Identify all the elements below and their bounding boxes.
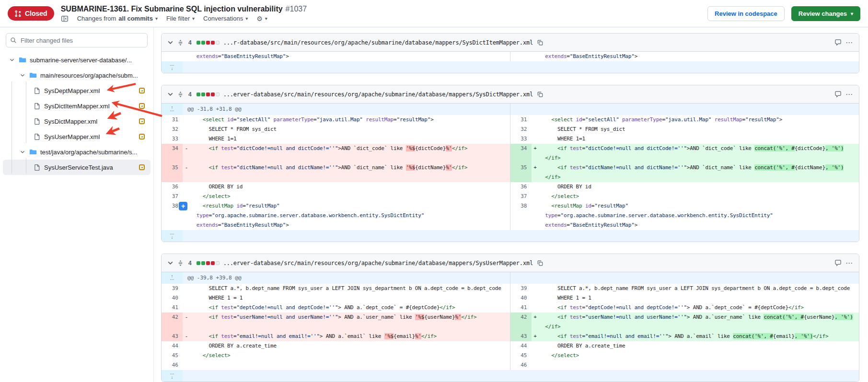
- tree-file-sysdictitemmapper.xml[interactable]: SysDictItemMapper.xml: [3, 98, 150, 114]
- diff-cell: 35- <if test="dictName!=null and dictNam…: [162, 163, 510, 182]
- collapse-file-button[interactable]: [167, 260, 174, 266]
- kebab-menu-icon[interactable]: ⋯: [845, 90, 853, 99]
- diff-cell: 33 WHERE 1=1: [510, 134, 859, 144]
- expand-down-button[interactable]: ⋯↓: [162, 61, 183, 73]
- add-comment-button[interactable]: +: [179, 202, 187, 210]
- expand-down-button[interactable]: ⋯↓: [162, 230, 183, 242]
- line-number[interactable]: 34: [162, 144, 183, 163]
- code-line: <resultMap id="resultMap" type="org.apac…: [190, 201, 510, 230]
- line-number[interactable]: 41: [162, 303, 183, 313]
- line-number[interactable]: 45: [162, 351, 183, 360]
- expand-up-button[interactable]: ↑⋯: [162, 104, 183, 115]
- line-number[interactable]: 44: [510, 341, 532, 351]
- tree-folder-test-java-org-apache-submarine-s...[interactable]: test/java/org/apache/submarine/s...: [3, 144, 150, 160]
- line-number[interactable]: 36: [162, 182, 183, 192]
- diffstat-square-add: [201, 41, 205, 45]
- review-changes-button[interactable]: Review changes ▾: [791, 6, 860, 21]
- file-tree-sidebar: submarine-server/server-database/...main…: [0, 27, 154, 382]
- expand-up-button[interactable]: ↑⋯: [162, 272, 183, 284]
- line-number[interactable]: 39: [162, 284, 183, 293]
- tree-file-sysuserservicetest.java[interactable]: SysUserServiceTest.java: [3, 160, 150, 175]
- file-path[interactable]: ...erver-database/src/main/resources/org…: [223, 91, 533, 98]
- line-number[interactable]: 46: [510, 360, 532, 370]
- line-number[interactable]: [162, 52, 183, 61]
- pr-title-row: SUBMARINE-1361. Fix Submarine SQL inject…: [61, 5, 307, 13]
- line-number[interactable]: 40: [162, 293, 183, 303]
- line-number[interactable]: 33: [162, 134, 183, 144]
- tree-file-sysdictmapper.xml[interactable]: SysDictMapper.xml: [3, 114, 150, 129]
- copy-path-button[interactable]: [537, 260, 544, 266]
- collapse-file-button[interactable]: [167, 91, 174, 97]
- diff-cell: 44 ORDER BY a.create_time: [162, 341, 510, 351]
- comment-button[interactable]: [834, 259, 842, 266]
- tree-folder-main-resources-org-apache-subm...[interactable]: main/resources/org/apache/subm...: [3, 68, 150, 83]
- conversations-label: Conversations: [203, 15, 243, 22]
- tree-file-sysusermapper.xml[interactable]: SysUserMapper.xml: [3, 129, 150, 144]
- line-number[interactable]: 42: [162, 313, 183, 332]
- file-filter-dropdown[interactable]: File filter ▾: [166, 15, 195, 22]
- drag-grip-icon[interactable]: [177, 91, 184, 98]
- line-number[interactable]: 45: [510, 351, 532, 360]
- diff-cell: 39 SELECT a.*, b.dept_name FROM sys_user…: [510, 284, 859, 293]
- line-number[interactable]: 38+: [162, 201, 183, 230]
- file-path[interactable]: ...r-database/src/main/resources/org/apa…: [223, 39, 533, 46]
- diff-settings-dropdown[interactable]: ⚙ ▾: [256, 15, 267, 23]
- collapse-file-button[interactable]: [167, 39, 174, 46]
- line-number[interactable]: 36: [510, 182, 532, 192]
- line-number[interactable]: [510, 52, 532, 61]
- line-number[interactable]: 32: [510, 125, 532, 134]
- comment-button[interactable]: [834, 91, 842, 98]
- conversations-dropdown[interactable]: Conversations ▾: [203, 15, 248, 22]
- line-number[interactable]: 39: [510, 284, 532, 293]
- line-number[interactable]: 32: [162, 125, 183, 134]
- line-number[interactable]: 41: [510, 303, 532, 313]
- line-number[interactable]: 43: [510, 332, 532, 341]
- changes-from-dropdown[interactable]: Changes from all commits ▾: [77, 15, 158, 22]
- chevron-down-icon: [9, 57, 15, 63]
- filter-changed-files-input[interactable]: [6, 33, 148, 47]
- diffstat-square-add: [197, 41, 200, 45]
- kebab-menu-icon[interactable]: ⋯: [845, 259, 853, 267]
- line-number[interactable]: 33: [510, 134, 532, 144]
- review-in-codespace-button[interactable]: Review in codespace: [707, 6, 785, 21]
- line-number[interactable]: 42: [510, 313, 532, 332]
- diff-sign: [532, 182, 539, 192]
- sidebar-toggle-icon[interactable]: [61, 15, 69, 23]
- drag-grip-icon[interactable]: [177, 260, 184, 266]
- line-number[interactable]: 31: [162, 115, 183, 125]
- line-number[interactable]: 31: [510, 115, 532, 125]
- line-number[interactable]: 35: [162, 163, 183, 182]
- tree-folder-submarine-server-server-database-...[interactable]: submarine-server/server-database/...: [3, 52, 150, 68]
- diffstat-square-del: [211, 93, 215, 96]
- line-number[interactable]: 40: [510, 293, 532, 303]
- kebab-menu-icon[interactable]: ⋯: [845, 38, 853, 47]
- tree-indent-guide: [26, 158, 26, 174]
- drag-grip-icon[interactable]: [177, 39, 184, 46]
- expand-down-button[interactable]: ⋯↓: [162, 370, 183, 382]
- file-icon: [34, 133, 41, 140]
- line-number[interactable]: 37: [510, 192, 532, 201]
- line-number[interactable]: 46: [162, 360, 183, 370]
- copy-path-button[interactable]: [537, 91, 544, 98]
- line-number[interactable]: 35: [510, 163, 532, 182]
- comment-button[interactable]: [834, 39, 842, 46]
- code-line: WHERE 1 = 1: [190, 293, 510, 303]
- code-line: <resultMap id="resultMap" type="org.apac…: [539, 201, 859, 230]
- line-number[interactable]: 38: [510, 201, 532, 230]
- file-icon: [34, 164, 41, 171]
- tree-file-sysdeptmapper.xml[interactable]: SysDeptMapper.xml: [3, 83, 150, 98]
- folder-icon: [19, 56, 26, 64]
- file-path[interactable]: ...erver-database/src/main/resources/org…: [223, 260, 533, 266]
- line-number[interactable]: 37: [162, 192, 183, 201]
- chevron-down-icon: [167, 91, 174, 97]
- diff-sign: [532, 125, 539, 134]
- line-number[interactable]: 43: [162, 332, 183, 341]
- diff-cell: extends="BaseEntityResultMap">: [162, 52, 510, 61]
- pr-header: Closed SUBMARINE-1361. Fix Submarine SQL…: [0, 0, 868, 27]
- diff-sign: -: [183, 163, 190, 182]
- code-line: </select>: [539, 192, 859, 201]
- line-number[interactable]: 34: [510, 144, 532, 163]
- diff-cell: 36 ORDER BY id: [162, 182, 510, 192]
- line-number[interactable]: 44: [162, 341, 183, 351]
- copy-path-button[interactable]: [537, 39, 544, 46]
